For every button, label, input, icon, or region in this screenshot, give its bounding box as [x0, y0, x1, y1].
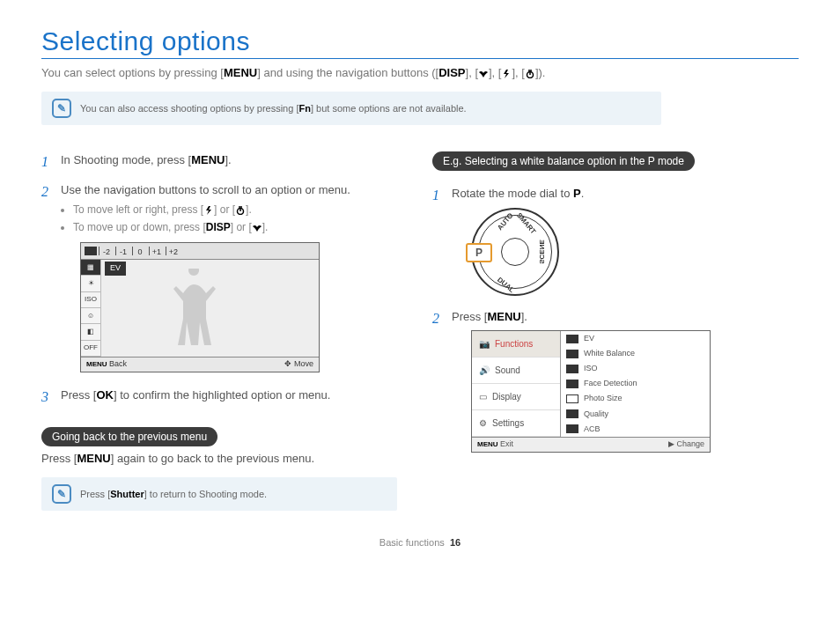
menu-settings: ⚙Settings: [472, 410, 560, 437]
person-silhouette: [170, 269, 218, 348]
dial-p-marker: P: [466, 243, 492, 262]
intro-text: You can select options by pressing [MENU…: [41, 66, 799, 79]
opt-quality: Quality: [561, 407, 710, 422]
note-icon: ✎: [52, 99, 71, 118]
left-column: In Shooting mode, press [MENU]. Use the …: [41, 151, 408, 511]
going-back-text: Press [MENU] again to go back to the pre…: [41, 452, 408, 465]
left-step-2: Use the navigation buttons to scroll to …: [41, 181, 408, 373]
page-footer: Basic functions 16: [41, 537, 799, 548]
side-icon-2: ☀: [81, 276, 100, 291]
mode-dial: P AUTO SMART SCENE DUAL: [471, 208, 559, 296]
right-step-1: Rotate the mode dial to P. P AUTO SMART …: [432, 185, 799, 296]
side-icon-4: ☺: [81, 308, 100, 324]
flash-icon: [203, 206, 214, 215]
timer-icon: [235, 206, 246, 215]
step2-sub-b: To move up or down, press [DISP] or [].: [73, 219, 408, 235]
opt-acb: ACB: [561, 422, 710, 437]
lcd-preview: -2 -1 0 +1 +2 ▦ ☀ ISO ☺: [80, 242, 320, 372]
ev-badge: EV: [105, 262, 126, 276]
opt-ev: EV: [561, 331, 710, 346]
pill-example: E.g. Selecting a white balance option in…: [432, 151, 695, 171]
timer-icon: [525, 70, 535, 78]
note-icon: ✎: [52, 484, 71, 504]
menu-display: ▭Display: [472, 384, 560, 410]
left-step-1: In Shooting mode, press [MENU].: [41, 151, 408, 169]
side-icon-6: OFF: [81, 341, 100, 357]
menu-panel: 📷Functions 🔊Sound ▭Display ⚙Settings EV …: [471, 330, 711, 453]
title-rule: [41, 58, 799, 59]
step2-sub-a: To move left or right, press [] or [].: [73, 202, 408, 217]
note-shutter: ✎ Press [Shutter] to return to Shooting …: [41, 477, 397, 511]
opt-size: Photo Size: [561, 392, 710, 407]
note-fn: ✎ You can also access shooting options b…: [41, 92, 661, 125]
side-icon-3: ISO: [81, 292, 100, 308]
side-icon-1: ▦: [81, 260, 100, 276]
flash-icon: [501, 70, 512, 78]
left-step-3: Press [OK] to confirm the highlighted op…: [41, 387, 408, 404]
side-icon-5: ◧: [81, 324, 100, 340]
opt-iso: ISO: [561, 361, 710, 376]
opt-wb: White Balance: [561, 346, 710, 361]
macro-icon: [478, 70, 489, 78]
pill-going-back: Going back to the previous menu: [41, 427, 217, 446]
menu-sound: 🔊Sound: [472, 358, 560, 384]
opt-face: Face Detection: [561, 376, 710, 391]
page-title: Selecting options: [41, 26, 799, 56]
right-step-2: Press [MENU]. 📷Functions 🔊Sound ▭Display…: [432, 308, 799, 453]
menu-functions: 📷Functions: [472, 331, 560, 358]
right-column: E.g. Selecting a white balance option in…: [432, 151, 799, 511]
macro-icon: [252, 224, 262, 232]
